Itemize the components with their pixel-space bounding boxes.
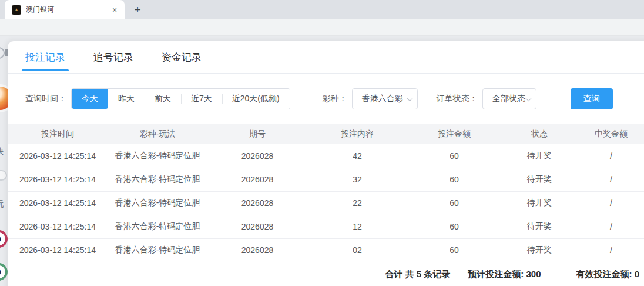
time-filter-label: 查询时间： xyxy=(25,94,66,104)
table-cell: 待开奖 xyxy=(501,238,578,262)
screen: ▲ 澳门银河 × + 快 玩 0 0 投注记录 追号记录 资金记录 查询时间： … xyxy=(0,0,644,286)
table-row[interactable]: 2026-03-12 14:25:14香港六合彩-特码定位胆2026028026… xyxy=(8,238,644,262)
table-cell: / xyxy=(578,144,644,168)
table-cell: 2026-03-12 14:25:14 xyxy=(8,238,108,262)
table-row[interactable]: 2026-03-12 14:25:14香港六合彩-特码定位胆2026028226… xyxy=(8,191,644,215)
table-cell: / xyxy=(578,238,644,262)
table-body: 2026-03-12 14:25:14香港六合彩-特码定位胆2026028426… xyxy=(8,144,644,262)
new-tab-button[interactable]: + xyxy=(130,3,145,17)
tab-chase-records[interactable]: 追号记录 xyxy=(93,41,133,73)
query-button[interactable]: 查询 xyxy=(571,88,613,109)
modal-tab-bar: 投注记录 追号记录 资金记录 xyxy=(8,41,644,74)
table-row[interactable]: 2026-03-12 14:25:14香港六合彩-特码定位胆2026028326… xyxy=(8,168,644,191)
lottery-select-value: 香港六合彩 xyxy=(362,94,403,104)
background-green-ball: 0 xyxy=(0,263,8,281)
bet-records-table: 投注时间 彩种-玩法 期号 投注内容 投注金额 状态 中奖金额 2026-03-… xyxy=(8,124,644,262)
table-cell: 60 xyxy=(407,144,501,168)
background-ring-icon xyxy=(0,47,5,59)
site-favicon-icon: ▲ xyxy=(12,5,21,15)
background-char-fragment: 玩 xyxy=(0,199,4,209)
tab-fund-records[interactable]: 资金记录 xyxy=(162,41,202,73)
table-cell: 32 xyxy=(307,168,407,191)
time-option-yesterday[interactable]: 昨天 xyxy=(108,89,145,109)
table-cell: 2026-03-12 14:25:14 xyxy=(8,168,108,191)
tab-close-icon[interactable]: × xyxy=(109,5,120,15)
time-option-20days[interactable]: 近20天(低频) xyxy=(222,89,290,109)
chevron-down-icon xyxy=(406,95,412,101)
col-issue: 期号 xyxy=(207,124,307,144)
table-cell: 2026028 xyxy=(207,191,307,215)
records-modal: 投注记录 追号记录 资金记录 查询时间： 今天 昨天 前天 近7天 近20天(低… xyxy=(8,41,644,286)
table-row[interactable]: 2026-03-12 14:25:14香港六合彩-特码定位胆2026028126… xyxy=(8,215,644,238)
expected-amount-text: 预计投注金额: 300 xyxy=(468,269,541,280)
status-select-value: 全部状态 xyxy=(492,94,525,104)
table-cell: 2026028 xyxy=(207,168,307,191)
table-cell: 12 xyxy=(307,215,407,238)
time-option-7days[interactable]: 近7天 xyxy=(181,89,222,109)
valid-amount-text: 有效投注金额: 0 xyxy=(576,269,639,280)
time-option-day-before[interactable]: 前天 xyxy=(145,89,181,109)
col-lottery-play: 彩种-玩法 xyxy=(108,124,207,144)
table-cell: 60 xyxy=(407,191,501,215)
table-cell: 待开奖 xyxy=(501,215,578,238)
table-cell: 待开奖 xyxy=(501,168,578,191)
table-cell: 香港六合彩-特码定位胆 xyxy=(108,215,207,238)
time-range-group: 今天 昨天 前天 近7天 近20天(低频) xyxy=(71,88,290,109)
table-cell: 2026028 xyxy=(207,238,307,262)
background-char-fragment: 快 xyxy=(0,147,4,157)
col-bet-time: 投注时间 xyxy=(8,124,108,144)
col-bet-content: 投注内容 xyxy=(307,124,407,144)
table-cell: 香港六合彩-特码定位胆 xyxy=(108,238,207,262)
table-cell: 2026-03-12 14:25:14 xyxy=(8,215,108,238)
col-status: 状态 xyxy=(501,124,578,144)
background-pill-fragment xyxy=(0,170,7,181)
table-cell: / xyxy=(578,191,644,215)
browser-toolbar xyxy=(0,19,644,36)
table-cell: 02 xyxy=(307,238,407,262)
table-cell: / xyxy=(578,215,644,238)
lottery-filter-label: 彩种： xyxy=(323,94,347,104)
table-cell: 42 xyxy=(307,144,407,168)
table-cell: 2026028 xyxy=(207,215,307,238)
summary-row: 合计 共 5 条记录 预计投注金额: 300 有效投注金额: 0 xyxy=(8,262,644,286)
table-cell: 香港六合彩-特码定位胆 xyxy=(108,191,207,215)
table-header: 投注时间 彩种-玩法 期号 投注内容 投注金额 状态 中奖金额 xyxy=(8,124,644,144)
col-bet-amount: 投注金额 xyxy=(407,124,501,144)
table-cell: 香港六合彩-特码定位胆 xyxy=(108,168,207,191)
browser-tab-title: 澳门银河 xyxy=(26,5,109,15)
background-red-ball: 0 xyxy=(0,230,8,248)
table-cell: 22 xyxy=(307,191,407,215)
table-cell: 待开奖 xyxy=(501,191,578,215)
table-cell: 待开奖 xyxy=(501,144,578,168)
status-filter-label: 订单状态： xyxy=(437,94,478,104)
table-row[interactable]: 2026-03-12 14:25:14香港六合彩-特码定位胆2026028426… xyxy=(8,144,644,168)
filter-row: 查询时间： 今天 昨天 前天 近7天 近20天(低频) 彩种： 香港六合彩 订单… xyxy=(25,88,644,109)
table-cell: 2026-03-12 14:25:14 xyxy=(8,191,108,215)
table-cell: 60 xyxy=(407,238,501,262)
tab-bet-records[interactable]: 投注记录 xyxy=(25,41,65,73)
order-status-select[interactable]: 全部状态 xyxy=(482,88,536,109)
browser-tab[interactable]: ▲ 澳门银河 × xyxy=(5,0,125,19)
table-cell: 60 xyxy=(407,215,501,238)
table-cell: 香港六合彩-特码定位胆 xyxy=(108,144,207,168)
table-cell: 2026028 xyxy=(207,144,307,168)
chevron-down-icon xyxy=(525,95,531,101)
col-win-amount: 中奖金额 xyxy=(578,124,644,144)
total-records-text: 合计 共 5 条记录 xyxy=(385,269,450,280)
browser-tab-bar: ▲ 澳门银河 × + xyxy=(0,0,644,19)
table-cell: 2026-03-12 14:25:14 xyxy=(8,144,108,168)
table-cell: 60 xyxy=(407,168,501,191)
lottery-select[interactable]: 香港六合彩 xyxy=(352,88,418,109)
time-option-today[interactable]: 今天 xyxy=(72,89,108,109)
table-cell: / xyxy=(578,168,644,191)
